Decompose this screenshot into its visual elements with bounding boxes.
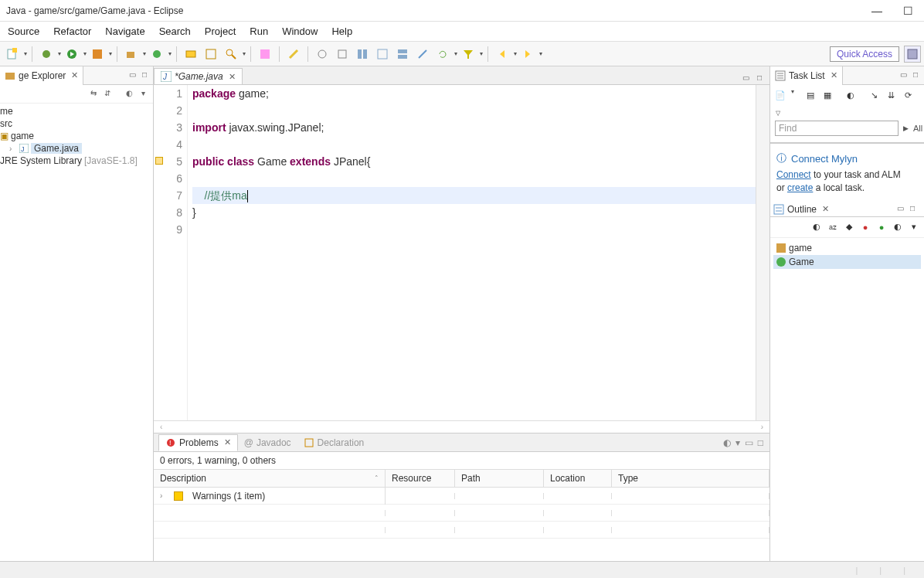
editor-body[interactable]: 1 2 3 4 5 6 7 8 9 package game; import j… (154, 85, 769, 420)
sync-icon[interactable]: ⟳ (901, 88, 915, 102)
close-icon[interactable]: ✕ (71, 70, 78, 80)
open-type-icon[interactable] (183, 46, 199, 62)
back-icon[interactable] (494, 46, 510, 62)
close-icon[interactable]: ✕ (831, 70, 837, 80)
step-icon[interactable] (335, 46, 350, 62)
new-icon[interactable] (5, 46, 20, 62)
tree-item[interactable]: src (0, 117, 153, 130)
col-resource[interactable]: Resource (386, 470, 455, 487)
quickfix-icon[interactable] (155, 157, 163, 165)
toggle-mark-icon[interactable] (257, 46, 273, 62)
tab-declaration[interactable]: Declaration (297, 435, 371, 450)
dropdown-icon[interactable]: ▾ (109, 50, 112, 57)
categorize-icon[interactable]: ▤ (803, 88, 817, 102)
skip-breakpoints-icon[interactable] (314, 46, 330, 62)
focus-icon[interactable]: ◐ (844, 88, 858, 102)
table-row[interactable]: ›Warnings (1 item) (154, 488, 769, 505)
tree-item[interactable]: me (0, 105, 153, 117)
col-location[interactable]: Location (544, 470, 612, 487)
dropdown-icon[interactable]: ▾ (58, 50, 61, 57)
filter-icon[interactable] (460, 46, 476, 62)
focus-icon[interactable]: ◐ (723, 437, 731, 448)
maximize-view-icon[interactable]: □ (907, 204, 918, 215)
minimize-editor-icon[interactable]: ▭ (740, 73, 751, 84)
create-link[interactable]: create (787, 182, 813, 193)
connect-link[interactable]: Connect (776, 169, 811, 180)
col-type[interactable]: Type (612, 470, 769, 487)
schedule-icon[interactable]: ▦ (820, 88, 834, 102)
col-path[interactable]: Path (455, 470, 544, 487)
forward-icon[interactable] (520, 46, 535, 62)
tab-javadoc[interactable]: @ Javadoc (238, 435, 297, 450)
maximize-view-icon[interactable]: □ (910, 70, 921, 81)
new-package-icon[interactable] (124, 46, 139, 62)
link-editor-icon[interactable]: ⇵ (102, 89, 113, 100)
hide-local-icon[interactable]: ◐ (891, 220, 905, 234)
hide-icon[interactable]: ↘ (867, 88, 881, 102)
minimize-view-icon[interactable]: ▭ (898, 70, 909, 81)
tab-problems[interactable]: ! Problems ✕ (158, 434, 238, 451)
view-menu-icon[interactable]: ▾ (735, 437, 740, 448)
panel-icon[interactable] (375, 46, 390, 62)
dropdown-icon[interactable]: ▾ (143, 50, 146, 57)
close-icon[interactable]: ✕ (229, 72, 236, 82)
sort-icon[interactable]: aᴢ (826, 220, 840, 234)
task-find-input[interactable] (775, 121, 899, 136)
close-icon[interactable]: ✕ (822, 204, 829, 214)
layout-icon[interactable] (395, 46, 410, 62)
outline-tab[interactable]: Outline ✕ ▭ □ (770, 202, 924, 217)
arrow-right-icon[interactable]: ▶ (903, 124, 909, 132)
new-class-icon[interactable] (149, 46, 165, 62)
new-task-icon[interactable]: 📄 (773, 88, 787, 102)
tasklist-tab[interactable]: Task List ✕ (770, 66, 843, 85)
minimize-view-icon[interactable]: ▭ (745, 437, 753, 448)
close-icon[interactable]: ✕ (224, 437, 231, 447)
menu-help[interactable]: Help (331, 26, 352, 37)
menu-navigate[interactable]: Navigate (105, 26, 144, 37)
scroll-right-icon[interactable]: › (761, 423, 763, 431)
form-icon[interactable] (355, 46, 370, 62)
menu-search[interactable]: Search (159, 26, 191, 37)
outline-item[interactable]: Game (773, 255, 921, 269)
editor-scrollbar[interactable]: ‹› (154, 420, 769, 433)
dropdown-icon[interactable]: ▾ (243, 50, 246, 57)
menu-refactor[interactable]: Refactor (53, 26, 91, 37)
quick-access[interactable]: Quick Access (830, 46, 899, 62)
dropdown-icon[interactable]: ▽ (776, 110, 780, 117)
search-icon[interactable] (223, 46, 239, 62)
explorer-tab[interactable]: ge Explorer ✕ (0, 66, 83, 85)
wand-icon[interactable] (286, 46, 301, 62)
refresh-icon[interactable] (435, 46, 450, 62)
collapse-all-icon[interactable]: ⇆ (88, 89, 99, 100)
collapse-icon[interactable]: ⇊ (884, 88, 898, 102)
dropdown-icon[interactable]: ▾ (83, 50, 87, 57)
maximize-editor-icon[interactable]: □ (754, 73, 765, 84)
run-icon[interactable] (64, 46, 80, 62)
minimize-view-icon[interactable]: ▭ (127, 70, 138, 81)
dropdown-icon[interactable]: ▾ (514, 50, 517, 57)
editor-tab[interactable]: J *Game.java ✕ (154, 68, 243, 84)
maximize-button[interactable]: ☐ (899, 5, 916, 17)
minimize-button[interactable]: — (868, 5, 885, 17)
dropdown-icon[interactable]: ▾ (480, 50, 483, 57)
dropdown-icon[interactable]: ▾ (168, 50, 172, 57)
dropdown-icon[interactable]: ▾ (454, 50, 457, 57)
menu-window[interactable]: Window (282, 26, 318, 37)
focus-icon[interactable]: ◐ (124, 89, 134, 100)
dropdown-icon[interactable]: ▾ (24, 50, 27, 57)
maximize-view-icon[interactable]: □ (758, 437, 763, 448)
menu-dropdown-icon[interactable]: ▾ (907, 220, 921, 234)
tree-item[interactable]: › J Game.java (0, 142, 153, 155)
overview-ruler[interactable] (756, 85, 769, 420)
col-description[interactable]: Description˄ (154, 470, 386, 487)
tree-item[interactable]: JRE System Library [JavaSE-1.8] (0, 155, 153, 167)
perspective-icon[interactable] (904, 46, 921, 63)
code-area[interactable]: package game; import javax.swing.JPanel;… (188, 85, 756, 420)
dropdown-icon[interactable]: ▾ (539, 50, 542, 57)
scroll-left-icon[interactable]: ‹ (160, 423, 162, 431)
coverage-icon[interactable] (90, 46, 105, 62)
maximize-view-icon[interactable]: □ (139, 70, 150, 81)
focus-icon[interactable]: ◐ (810, 220, 824, 234)
hide-static-icon[interactable]: ● (858, 220, 872, 234)
filter-all[interactable]: All (913, 124, 922, 133)
